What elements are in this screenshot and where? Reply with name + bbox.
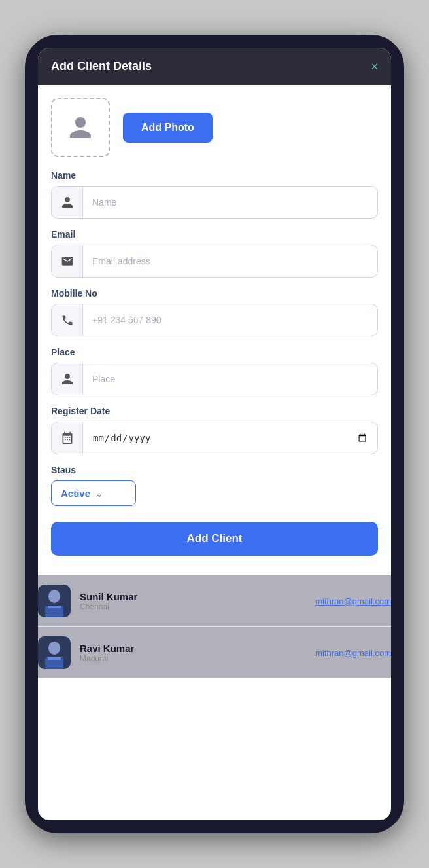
place-field-group: Place xyxy=(51,347,378,395)
name-field-group: Name xyxy=(51,170,378,219)
status-dropdown[interactable]: Active ⌄ xyxy=(51,480,136,506)
svg-rect-7 xyxy=(48,657,61,660)
mobile-input[interactable] xyxy=(83,307,377,333)
name-label: Name xyxy=(51,170,378,181)
register-date-input-wrapper xyxy=(51,422,378,454)
add-photo-button[interactable]: Add Photo xyxy=(123,113,213,143)
email-input[interactable] xyxy=(83,248,377,274)
svg-rect-3 xyxy=(48,606,61,608)
email-input-wrapper xyxy=(51,245,378,278)
mobile-input-wrapper xyxy=(51,304,378,336)
mobile-field-group: Mobille No xyxy=(51,288,378,336)
close-button[interactable]: × xyxy=(371,61,378,73)
place-input[interactable] xyxy=(83,366,377,392)
name-input[interactable] xyxy=(83,189,377,215)
client-info-ravi: Ravi Kumar Madurai xyxy=(80,643,306,663)
client-place: Madurai xyxy=(80,654,306,663)
email-label: Email xyxy=(51,229,378,240)
client-info-sunil: Sunil Kumar Chennai xyxy=(80,591,306,611)
calendar-icon xyxy=(61,431,74,444)
modal-container: Add Client Details × Add Photo Name xyxy=(38,48,391,820)
phone-frame: Add Client Details × Add Photo Name xyxy=(25,35,404,833)
modal-header: Add Client Details × xyxy=(38,48,391,85)
place-icon-wrapper xyxy=(52,363,83,395)
mobile-label: Mobille No xyxy=(51,288,378,298)
svg-point-1 xyxy=(48,590,60,603)
email-icon xyxy=(61,255,74,268)
client-avatar-ravi xyxy=(38,636,71,669)
add-client-button[interactable]: Add Client xyxy=(51,522,378,556)
email-icon-wrapper xyxy=(52,245,83,277)
client-email: mithran@gmail.com xyxy=(315,648,391,658)
status-label: Staus xyxy=(51,465,378,475)
phone-outer: Add Client Details × Add Photo Name xyxy=(0,0,429,868)
phone-icon xyxy=(61,314,74,327)
client-name: Sunil Kumar xyxy=(80,591,306,602)
client-place: Chennai xyxy=(80,602,306,611)
status-section: Staus Active ⌄ xyxy=(51,465,378,506)
register-date-field-group: Register Date xyxy=(51,406,378,454)
photo-section: Add Photo xyxy=(51,98,378,157)
calendar-icon-wrapper xyxy=(52,422,83,454)
name-icon-wrapper xyxy=(52,187,83,218)
register-date-input[interactable] xyxy=(83,424,377,452)
client-avatar-sunil xyxy=(38,585,71,617)
place-person-icon xyxy=(61,372,74,386)
place-input-wrapper xyxy=(51,363,378,395)
photo-placeholder xyxy=(51,98,110,157)
name-input-wrapper xyxy=(51,186,378,219)
person-icon xyxy=(67,115,94,141)
avatar-person-icon-2 xyxy=(41,638,67,669)
modal-title: Add Client Details xyxy=(51,60,152,73)
svg-point-5 xyxy=(48,642,60,655)
client-email: mithran@gmail.com xyxy=(315,596,391,606)
client-item: Sunil Kumar Chennai mithran@gmail.com xyxy=(38,575,391,627)
place-label: Place xyxy=(51,347,378,357)
email-field-group: Email xyxy=(51,229,378,278)
status-value: Active xyxy=(61,488,90,499)
client-name: Ravi Kumar xyxy=(80,643,306,654)
clients-list: Sunil Kumar Chennai mithran@gmail.com xyxy=(38,575,391,678)
client-item: Ravi Kumar Madurai mithran@gmail.com xyxy=(38,627,391,678)
chevron-down-icon: ⌄ xyxy=(95,488,103,499)
register-date-label: Register Date xyxy=(51,406,378,416)
avatar-person-icon xyxy=(41,586,67,617)
modal-body: Add Photo Name E xyxy=(38,85,391,575)
phone-icon-wrapper xyxy=(52,304,83,336)
name-person-icon xyxy=(61,196,74,209)
